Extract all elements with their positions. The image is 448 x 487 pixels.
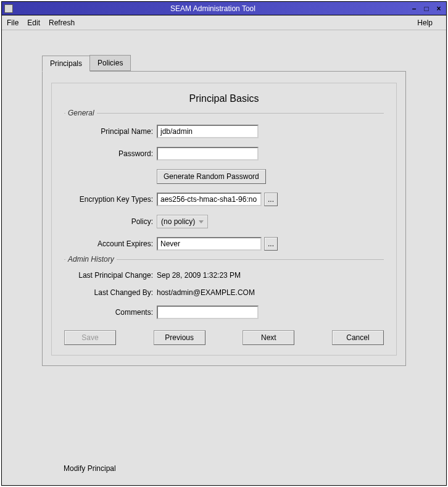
label-policy: Policy: [64, 217, 157, 226]
generate-password-button[interactable]: Generate Random Password [157, 169, 266, 184]
policy-dropdown[interactable]: (no policy) [157, 215, 208, 228]
tab-principals[interactable]: Principals [42, 56, 90, 72]
fieldset-admin-history: Admin History Last Principal Change: Sep… [64, 259, 384, 319]
system-menu-icon[interactable] [4, 4, 13, 13]
menu-file[interactable]: File [7, 19, 19, 27]
tabs: Principals Policies [42, 55, 406, 71]
window-title: SEAM Administration Tool [17, 4, 409, 13]
tab-panel: Principal Basics General Principal Name:… [42, 71, 406, 366]
tab-policies[interactable]: Policies [89, 55, 131, 71]
encryption-types-field[interactable] [157, 193, 262, 206]
label-last-change: Last Principal Change: [64, 271, 157, 280]
label-principal-name: Principal Name: [64, 127, 157, 136]
legend-general: General [65, 109, 97, 117]
cancel-button[interactable]: Cancel [332, 330, 384, 345]
account-expires-browse-button[interactable]: ... [264, 237, 278, 251]
label-encryption: Encryption Key Types: [64, 195, 157, 204]
last-changed-by-value: host/admin@EXAMPLE.COM [157, 288, 255, 297]
label-comments: Comments: [64, 308, 157, 317]
button-row: Save Previous Next Cancel [64, 330, 384, 345]
menubar: File Edit Refresh Help [2, 15, 446, 30]
menu-help[interactable]: Help [417, 19, 433, 27]
menu-refresh[interactable]: Refresh [49, 19, 75, 27]
label-last-changed-by: Last Changed By: [64, 288, 157, 297]
principal-basics-panel: Principal Basics General Principal Name:… [51, 83, 397, 356]
last-change-value: Sep 28, 2009 1:32:23 PM [157, 271, 241, 280]
status-text: Modify Principal [64, 464, 116, 473]
maximize-icon[interactable]: □ [421, 4, 431, 13]
chevron-down-icon [199, 220, 204, 223]
titlebar: SEAM Administration Tool – □ × [2, 2, 446, 15]
policy-value: (no policy) [161, 217, 195, 226]
legend-admin-history: Admin History [65, 255, 117, 264]
minimize-icon[interactable]: – [409, 4, 419, 13]
password-field[interactable] [157, 147, 259, 160]
comments-field[interactable] [157, 306, 259, 319]
principal-name-field[interactable] [157, 125, 259, 138]
encryption-browse-button[interactable]: ... [264, 193, 278, 206]
menu-edit[interactable]: Edit [27, 19, 40, 27]
next-button[interactable]: Next [243, 330, 294, 345]
account-expires-field[interactable] [157, 237, 262, 251]
fieldset-general: General Principal Name: Password: Genera… [64, 113, 384, 251]
label-account-expires: Account Expires: [64, 239, 157, 248]
panel-heading: Principal Basics [64, 93, 384, 104]
close-icon[interactable]: × [434, 4, 444, 13]
previous-button[interactable]: Previous [154, 330, 205, 345]
save-button[interactable]: Save [64, 330, 116, 345]
label-password: Password: [64, 149, 157, 158]
